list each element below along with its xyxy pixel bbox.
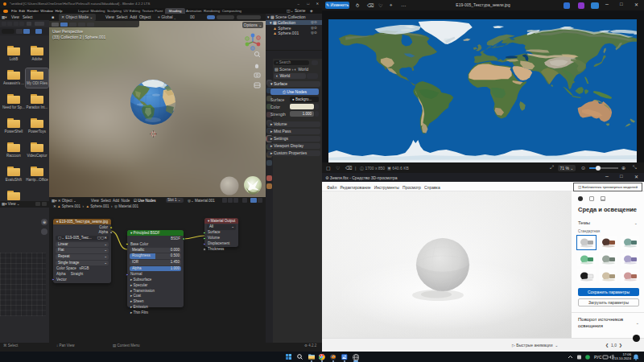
- svg-text:РУС: РУС: [594, 356, 602, 360]
